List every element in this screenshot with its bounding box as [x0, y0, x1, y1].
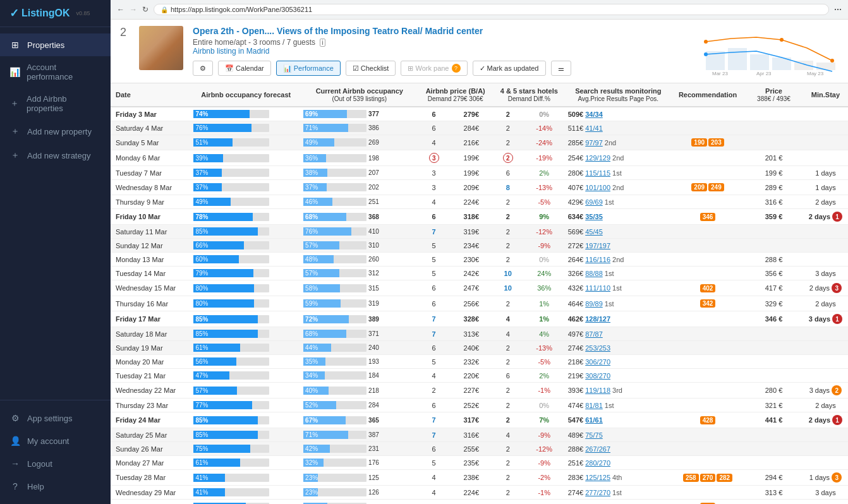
- cell-date: Sunday 19 Mar: [111, 341, 191, 355]
- cell-ab-price1: 227€: [450, 383, 493, 399]
- cell-ab-demand: 4: [418, 470, 450, 486]
- cell-search: 254€ 129/129 2nd: [566, 150, 671, 166]
- cell-min-stay: [803, 456, 848, 470]
- cell-current-occupancy: 52% 284: [301, 399, 418, 412]
- sidebar-item-add-property[interactable]: ＋ Add new property: [0, 119, 111, 143]
- cell-hotel-diff: 24%: [523, 267, 566, 280]
- sidebar-item-properties[interactable]: ⊞ Properties: [0, 33, 111, 56]
- settings-btn[interactable]: ⚙: [193, 61, 213, 76]
- cell-min-stay: 3 days 2: [803, 383, 848, 399]
- cell-ab-demand: 5: [418, 456, 450, 470]
- extensions-btn[interactable]: ⋯: [834, 5, 842, 14]
- cell-date: Sunday 12 Mar: [111, 239, 191, 253]
- refresh-btn[interactable]: ↻: [142, 5, 148, 14]
- cell-date: Monday 6 Mar: [111, 150, 191, 166]
- table-row: Friday 3 Mar 74% 69% 377 6279€20%509€ 34…: [111, 107, 848, 121]
- cell-price: 280 €: [744, 383, 803, 399]
- cell-date: Tuesday 21 Mar: [111, 369, 191, 383]
- back-btn[interactable]: ←: [117, 5, 124, 14]
- svg-point-8: [830, 59, 834, 63]
- cell-hotel-demand: 2: [493, 412, 523, 428]
- table-row: Sunday 12 Mar 66% 57% 310 5234€2-9%272€ …: [111, 239, 848, 253]
- airbnb-listing-link[interactable]: Airbnb listing in Madrid: [193, 47, 269, 56]
- cell-ab-price1: 224€: [450, 486, 493, 500]
- mark-updated-btn[interactable]: ✓ Mark as updated: [473, 61, 546, 76]
- cell-current-occupancy: 71% 386: [301, 121, 418, 135]
- cell-search: 407€ 101/100 2nd: [566, 180, 671, 195]
- cell-date: Tuesday 7 Mar: [111, 166, 191, 180]
- sidebar-logo: ✓ ListingOK v0.85: [0, 0, 111, 27]
- filter-btn[interactable]: ⚌: [551, 61, 571, 76]
- cell-current-occupancy: 46% 251: [301, 195, 418, 209]
- cell-price: 356 €: [744, 267, 803, 280]
- sidebar-item-account-performance[interactable]: 📊 Account performance: [0, 56, 111, 88]
- cell-forecast: 56%: [191, 355, 301, 369]
- cell-search: 634€ 35/35: [566, 209, 671, 225]
- sidebar-item-help[interactable]: ? Help: [0, 475, 111, 498]
- cell-min-stay: [803, 327, 848, 341]
- table-row: Friday 24 Mar 85% 67% 365 7317€27%547€ 6…: [111, 412, 848, 428]
- cell-forecast: 37%: [191, 166, 301, 180]
- cell-ab-price1: 313€: [450, 327, 493, 341]
- cell-hotel-demand: 2: [493, 135, 523, 150]
- sidebar-item-add-airbnb[interactable]: ＋ Add Airbnb properties: [0, 88, 111, 119]
- checklist-btn[interactable]: ☑ Checklist: [346, 61, 396, 76]
- cell-recommendation: [671, 399, 744, 412]
- cell-current-occupancy: 59% 319: [301, 296, 418, 311]
- performance-btn[interactable]: 📊 Performance: [276, 61, 341, 76]
- cell-price: 294 €: [744, 470, 803, 486]
- data-table-container: Date Airbnb occupancy forecast Current A…: [111, 83, 848, 504]
- cell-current-occupancy: 23% 125: [301, 470, 418, 486]
- cell-current-occupancy: 37% 202: [301, 180, 418, 195]
- sidebar-item-app-settings[interactable]: ⚙ App settings: [0, 407, 111, 429]
- cell-price: [744, 135, 803, 150]
- cell-min-stay: [803, 442, 848, 456]
- cell-hotel-demand: 4: [493, 311, 523, 327]
- cell-date: Saturday 18 Mar: [111, 327, 191, 341]
- cell-hotel-diff: -7%: [523, 500, 566, 505]
- cell-min-stay: [803, 239, 848, 253]
- cell-forecast: 47%: [191, 369, 301, 383]
- cell-hotel-demand: 2: [493, 470, 523, 486]
- cell-search: 218€ 306/270: [566, 355, 671, 369]
- calendar-btn[interactable]: 📅 Calendar: [218, 61, 271, 76]
- url-bar[interactable]: 🔒 https://app.listingok.com/WorkPane/305…: [154, 4, 829, 15]
- cell-hotel-demand: 2: [493, 296, 523, 311]
- cell-price: 199 €: [744, 166, 803, 180]
- svg-point-9: [704, 52, 708, 56]
- cell-search: 497€ 87/87: [566, 327, 671, 341]
- listing-number: 2: [120, 26, 126, 39]
- table-row: Tuesday 21 Mar 47% 34% 184 4220€62%219€ …: [111, 369, 848, 383]
- cell-recommendation: [671, 239, 744, 253]
- cell-hotel-demand: 2: [493, 150, 523, 166]
- cell-date: Wednesday 29 Mar: [111, 486, 191, 500]
- svg-text:Mar 23: Mar 23: [712, 71, 728, 76]
- sidebar-item-add-property-label: Add new property: [27, 127, 92, 136]
- cell-hotel-diff: -5%: [523, 355, 566, 369]
- cell-recommendation: [671, 253, 744, 267]
- cell-date: Thursday 23 Mar: [111, 399, 191, 412]
- sidebar-item-add-strategy[interactable]: ＋ Add new strategy: [0, 143, 111, 167]
- svg-point-6: [704, 40, 708, 44]
- table-row: Thursday 9 Mar 49% 46% 251 4224€2-5%429€…: [111, 195, 848, 209]
- cell-ab-demand: 7: [418, 225, 450, 239]
- table-row: Monday 6 Mar 39% 36% 198 3199€2-19%254€ …: [111, 150, 848, 166]
- cell-price: [744, 341, 803, 355]
- cell-ab-demand: 6: [418, 296, 450, 311]
- workpane-btn[interactable]: ⊞ Work pane ?: [401, 61, 467, 76]
- logo-text: ListingOK: [21, 8, 70, 19]
- cell-price: [744, 442, 803, 456]
- grid-icon: ⊞: [9, 40, 21, 50]
- sidebar-item-my-account[interactable]: 👤 My account: [0, 429, 111, 452]
- sidebar-item-logout[interactable]: → Logout: [0, 452, 111, 475]
- cell-forecast: 85%: [191, 428, 301, 442]
- cell-search: 272€ 197/197: [566, 239, 671, 253]
- cell-price: 329 €: [744, 296, 803, 311]
- table-row: Wednesday 22 Mar 57% 40% 218 2227€2-1%39…: [111, 383, 848, 399]
- cell-recommendation: [671, 150, 744, 166]
- forward-btn[interactable]: →: [130, 5, 137, 14]
- cell-hotel-diff: 7%: [523, 412, 566, 428]
- cell-current-occupancy: 35% 193: [301, 355, 418, 369]
- cell-min-stay: 1 days: [803, 180, 848, 195]
- cell-search: 569€ 45/45: [566, 225, 671, 239]
